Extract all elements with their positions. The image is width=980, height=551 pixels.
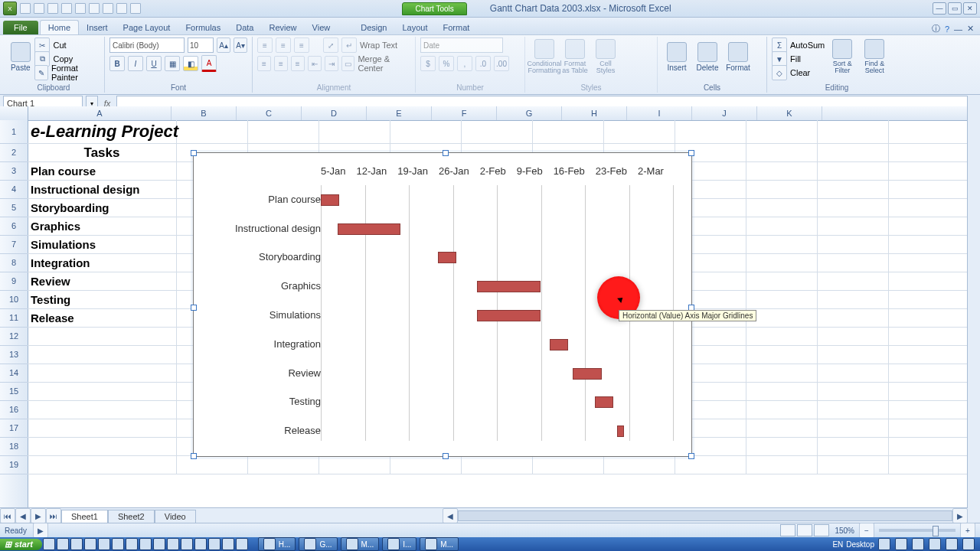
- start-button[interactable]: ⊞start: [0, 539, 42, 550]
- shrink-font-icon[interactable]: A▾: [234, 37, 247, 53]
- col-header[interactable]: H: [562, 106, 627, 120]
- fill-label[interactable]: Fill: [790, 54, 801, 64]
- bold-button[interactable]: B: [109, 56, 125, 71]
- align-top-icon[interactable]: ≡: [257, 37, 273, 53]
- cell[interactable]: [818, 236, 889, 253]
- tab-formulas[interactable]: Formulas: [178, 21, 228, 34]
- format-painter-label[interactable]: Format Painter: [51, 64, 100, 82]
- cell[interactable]: [818, 120, 889, 143]
- taskbar-task[interactable]: M...: [420, 537, 459, 551]
- col-header[interactable]: E: [367, 106, 432, 120]
- font-size-select[interactable]: [188, 37, 214, 53]
- dec-decimal-icon[interactable]: .00: [494, 56, 509, 71]
- tab-review[interactable]: Review: [261, 21, 304, 34]
- gantt-bar[interactable]: [477, 310, 540, 321]
- font-color-button[interactable]: A: [201, 55, 217, 72]
- tray-icon[interactable]: [962, 538, 975, 550]
- number-format-select[interactable]: [420, 37, 503, 53]
- cell[interactable]: [248, 456, 319, 474]
- sheet-tab-3[interactable]: Video: [155, 510, 196, 523]
- clear-icon[interactable]: ◇: [772, 65, 787, 80]
- indent-dec-icon[interactable]: ⇤: [308, 56, 322, 71]
- cond-format-button[interactable]: Conditional Formatting: [530, 38, 559, 75]
- cell[interactable]: [28, 438, 177, 455]
- cell[interactable]: Review: [28, 272, 177, 290]
- col-header[interactable]: J: [692, 106, 757, 120]
- cell[interactable]: [818, 346, 889, 364]
- cell[interactable]: [818, 419, 889, 437]
- autosum-label[interactable]: AutoSum: [790, 41, 825, 50]
- align-center-icon[interactable]: ≡: [274, 56, 288, 71]
- currency-icon[interactable]: $: [420, 56, 436, 71]
- comma-icon[interactable]: ,: [457, 56, 472, 71]
- autosum-icon[interactable]: Σ: [772, 37, 787, 53]
- paste-button[interactable]: Paste: [8, 38, 33, 75]
- gridline[interactable]: [585, 185, 586, 441]
- cell[interactable]: [818, 309, 889, 327]
- restore-button[interactable]: ▭: [948, 2, 962, 15]
- hscroll-left[interactable]: ◀: [443, 508, 458, 523]
- col-header[interactable]: C: [237, 106, 302, 120]
- row-header[interactable]: 1: [0, 120, 28, 144]
- tray-icon[interactable]: [895, 538, 907, 550]
- qat-sort-icon[interactable]: [130, 3, 141, 14]
- sort-filter-button[interactable]: Sort & Filter: [828, 38, 857, 75]
- font-name-select[interactable]: [109, 37, 185, 53]
- cell[interactable]: [818, 401, 889, 419]
- cell[interactable]: [746, 291, 818, 308]
- quick-launch-icon[interactable]: [98, 538, 110, 550]
- cell[interactable]: [746, 181, 818, 198]
- border-button[interactable]: ▦: [165, 56, 180, 71]
- cell[interactable]: [177, 456, 248, 474]
- underline-button[interactable]: U: [146, 56, 162, 71]
- row-header[interactable]: 10: [0, 291, 28, 309]
- cell-styles-button[interactable]: Cell Styles: [591, 38, 620, 75]
- zoom-in-button[interactable]: +: [960, 523, 975, 538]
- cell[interactable]: [28, 328, 177, 345]
- cell[interactable]: [248, 120, 319, 143]
- gridline[interactable]: [321, 185, 322, 441]
- gridline[interactable]: [409, 185, 410, 441]
- row-header[interactable]: 13: [0, 346, 28, 364]
- orientation-icon[interactable]: ⤢: [323, 37, 338, 53]
- cell[interactable]: [533, 120, 604, 143]
- tab-insert[interactable]: Insert: [79, 21, 116, 34]
- window-min-icon[interactable]: —: [954, 24, 962, 34]
- cell[interactable]: [818, 383, 889, 400]
- cell[interactable]: [177, 120, 248, 143]
- row-header[interactable]: 9: [0, 272, 28, 291]
- close-button[interactable]: ✕: [963, 2, 977, 15]
- quick-launch-icon[interactable]: [181, 538, 193, 550]
- cell[interactable]: Tasks: [28, 144, 177, 161]
- help-icon[interactable]: ?: [945, 24, 949, 34]
- format-cells-button[interactable]: Format: [724, 38, 753, 75]
- cell[interactable]: [390, 456, 462, 474]
- cell[interactable]: Testing: [28, 291, 177, 308]
- align-mid-icon[interactable]: ≡: [276, 37, 291, 53]
- chart-x-axis[interactable]: 5-Jan12-Jan19-Jan26-Jan2-Feb9-Feb16-Feb2…: [321, 165, 664, 179]
- cell[interactable]: [818, 438, 889, 455]
- row-header[interactable]: 3: [0, 162, 28, 181]
- cell[interactable]: [746, 254, 818, 272]
- row-header[interactable]: 17: [0, 419, 28, 438]
- col-header[interactable]: I: [627, 106, 692, 120]
- tray-desktop[interactable]: Desktop: [846, 540, 874, 549]
- wrap-text-button[interactable]: ↵: [341, 37, 357, 53]
- percent-icon[interactable]: %: [439, 56, 454, 71]
- cell[interactable]: [746, 217, 818, 235]
- quick-launch-icon[interactable]: [208, 538, 220, 550]
- row-header[interactable]: 4: [0, 181, 28, 199]
- indent-inc-icon[interactable]: ⇥: [325, 56, 338, 71]
- tray-icon[interactable]: [912, 538, 924, 550]
- cell[interactable]: e-Learning Project: [28, 120, 177, 143]
- inc-decimal-icon[interactable]: .0: [475, 56, 491, 71]
- cell[interactable]: [28, 401, 177, 419]
- hscroll-right[interactable]: ▶: [952, 508, 968, 523]
- row-header[interactable]: 12: [0, 328, 28, 346]
- cell[interactable]: Release: [28, 309, 177, 327]
- view-page-layout-button[interactable]: [797, 524, 812, 536]
- qat-undo-icon[interactable]: [34, 3, 44, 14]
- cell[interactable]: [604, 120, 675, 143]
- align-left-icon[interactable]: ≡: [257, 56, 271, 71]
- quick-launch-icon[interactable]: [112, 538, 124, 550]
